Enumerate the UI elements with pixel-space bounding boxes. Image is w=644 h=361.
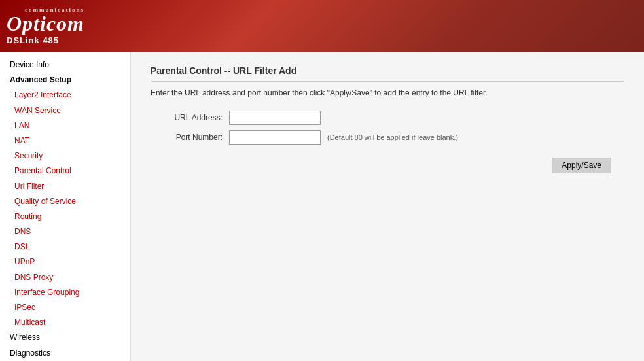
logo-opticom: communications Opticom	[7, 7, 84, 34]
sidebar-item-routing[interactable]: Routing	[0, 209, 130, 224]
logo-dslink: DSLink 485	[7, 35, 59, 45]
url-input[interactable]	[229, 111, 321, 125]
sidebar-item-ipsec[interactable]: IPSec	[0, 300, 130, 315]
button-row: Apply/Save	[151, 158, 624, 173]
sidebar-item-dsl[interactable]: DSL	[0, 239, 130, 254]
sidebar-item-dns[interactable]: DNS	[0, 224, 130, 239]
sidebar-item-advanced-setup[interactable]: Advanced Setup	[0, 73, 130, 88]
sidebar-item-upnp[interactable]: UPnP	[0, 254, 130, 269]
form-section: URL Address: Port Number: (Default 80 wi…	[151, 111, 624, 145]
sidebar-item-interface-grouping[interactable]: Interface Grouping	[0, 285, 130, 300]
sidebar-item-layer2-interface[interactable]: Layer2 Interface	[0, 88, 130, 103]
sidebar-item-wan-service[interactable]: WAN Service	[0, 103, 130, 118]
port-input[interactable]	[229, 130, 321, 145]
page-title: Parental Control -- URL Filter Add	[151, 65, 624, 82]
content-area: Parental Control -- URL Filter Add Enter…	[131, 52, 644, 361]
sidebar-item-lan[interactable]: LAN	[0, 118, 130, 133]
sidebar-item-url-filter[interactable]: Url Filter	[0, 179, 130, 194]
apply-save-button[interactable]: Apply/Save	[552, 158, 611, 173]
sidebar-item-nat[interactable]: NAT	[0, 133, 130, 148]
sidebar: Device Info Advanced Setup Layer2 Interf…	[0, 52, 131, 361]
sidebar-item-security[interactable]: Security	[0, 148, 130, 163]
logo-container: communications Opticom DSLink 485	[7, 7, 84, 45]
url-row: URL Address:	[151, 111, 624, 125]
sidebar-item-diagnostics[interactable]: Diagnostics	[0, 346, 130, 361]
port-label: Port Number:	[151, 133, 229, 142]
header: communications Opticom DSLink 485	[0, 0, 644, 52]
sidebar-item-parental-control[interactable]: Parental Control	[0, 163, 130, 179]
url-label: URL Address:	[151, 113, 229, 122]
port-row: Port Number: (Default 80 will be applied…	[151, 130, 624, 145]
sidebar-item-device-info[interactable]: Device Info	[0, 58, 130, 73]
port-hint: (Default 80 will be applied if leave bla…	[327, 133, 458, 141]
sidebar-item-quality-of-service[interactable]: Quality of Service	[0, 194, 130, 209]
sidebar-item-multicast[interactable]: Multicast	[0, 315, 130, 330]
main-layout: Device Info Advanced Setup Layer2 Interf…	[0, 52, 644, 361]
sidebar-item-dns-proxy[interactable]: DNS Proxy	[0, 270, 130, 285]
sidebar-item-wireless[interactable]: Wireless	[0, 330, 130, 345]
description-text: Enter the URL address and port number th…	[151, 88, 624, 97]
